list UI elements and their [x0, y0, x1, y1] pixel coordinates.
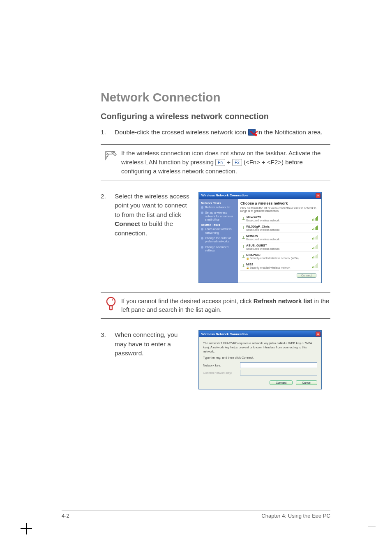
- signal-strength-icon: [312, 244, 319, 249]
- network-item[interactable]: ⊥MIS2Security-enabled wireless network: [240, 261, 319, 271]
- network-security: Security-enabled wireless network (WPA): [246, 257, 312, 260]
- step-text: When connecting, you may have to enter a…: [115, 330, 191, 358]
- signal-strength-icon: [312, 254, 319, 258]
- signal-strength-icon: [312, 235, 319, 240]
- window-network-key: Wireless Network Connection × The networ…: [198, 330, 322, 389]
- antenna-icon: ⊥: [240, 235, 246, 240]
- network-item[interactable]: ⊥WL500gP_ChrisUnsecured wireless network: [240, 223, 319, 233]
- close-icon[interactable]: ×: [316, 193, 321, 198]
- crossed-wireless-icon: ×: [248, 129, 256, 136]
- network-item[interactable]: ⊥steven259Unsecured wireless network: [240, 214, 319, 223]
- confirm-key-input[interactable]: [240, 370, 317, 375]
- svg-point-2: [112, 299, 113, 300]
- fn-key-icon: Fn: [215, 159, 225, 166]
- svg-rect-1: [110, 306, 112, 310]
- network-item[interactable]: ⊥UNAPS40Security-enabled wireless networ…: [240, 252, 319, 261]
- sidebar-item-learn[interactable]: Learn about wireless networking: [201, 228, 236, 235]
- window-title: Wireless Network Connection: [201, 193, 248, 197]
- crop-mark-icon: [21, 518, 37, 534]
- page-title: Network Connection: [101, 90, 330, 104]
- network-security: Unsecured wireless network: [246, 247, 312, 250]
- network-item[interactable]: ⊥MRMLWUnsecured wireless network: [240, 233, 319, 242]
- signal-strength-icon: [312, 263, 319, 268]
- signal-strength-icon: [312, 226, 319, 230]
- network-name: MIS2: [246, 263, 312, 266]
- network-name: steven259: [246, 215, 312, 219]
- sidebar-section: Related Tasks: [201, 223, 236, 226]
- step-number: 2.: [101, 192, 115, 238]
- page-number: 4-2: [62, 513, 69, 519]
- signal-strength-icon: [312, 216, 319, 221]
- antenna-icon: ⊥: [240, 244, 246, 249]
- sidebar-section: Network Tasks: [201, 202, 236, 205]
- step-text: Select the wireless access point you wan…: [115, 193, 189, 218]
- network-item[interactable]: ⊥ASUS_GUESTUnsecured wireless network: [240, 242, 319, 252]
- step-text: Double-click the crossed wireless networ…: [115, 129, 248, 136]
- sidebar-item-advanced[interactable]: Change advanced settings: [201, 246, 236, 253]
- antenna-icon: ⊥: [240, 263, 246, 268]
- network-security: Unsecured wireless network: [246, 238, 312, 241]
- step-number: 1.: [101, 128, 115, 137]
- dialog-instruction: Type the key, and then click Connect.: [203, 356, 317, 360]
- network-name: MRMLW: [246, 234, 312, 238]
- network-security: Security-enabled wireless network: [246, 266, 312, 269]
- step-text: in the Notification area.: [257, 129, 323, 136]
- section-title: Configuring a wireless network connectio…: [101, 112, 330, 121]
- network-security: Unsecured wireless network: [246, 219, 312, 222]
- step-2: 2. Select the wireless access point you …: [101, 192, 191, 238]
- tip-box: If you cannot find the desired access po…: [101, 292, 330, 319]
- sidebar-item-refresh[interactable]: Refresh network list: [201, 206, 236, 209]
- step-1: 1. Double-click the crossed wireless net…: [101, 128, 330, 137]
- note-box: If the wireless connection icon does not…: [101, 144, 330, 180]
- note-icon: [101, 149, 121, 163]
- network-name: ASUS_GUEST: [246, 244, 312, 247]
- connect-button[interactable]: Connect: [270, 380, 293, 385]
- confirm-key-label: Confirm network key:: [203, 371, 240, 375]
- tip-bold: Refresh network list: [254, 297, 312, 304]
- f2-key-icon: F2: [232, 159, 242, 166]
- note-text: +: [227, 159, 232, 166]
- panel-subtext: Click an item in the list below to conne…: [240, 207, 319, 212]
- cancel-button[interactable]: Cancel: [296, 380, 317, 385]
- network-key-label: Network key:: [203, 364, 240, 367]
- panel-heading: Choose a wireless network: [240, 201, 319, 205]
- sidebar-item-setup[interactable]: Set up a wireless network for a home or …: [201, 211, 236, 221]
- antenna-icon: ⊥: [240, 254, 246, 258]
- close-icon[interactable]: ×: [316, 332, 321, 336]
- crop-mark-icon: [363, 518, 380, 534]
- connect-button[interactable]: Connect: [297, 273, 316, 278]
- network-security: Unsecured wireless network: [246, 228, 312, 231]
- dialog-description: The network 'UNIAP540' requires a networ…: [203, 341, 317, 353]
- page-footer: 4-2 Chapter 4: Using the Eee PC: [0, 511, 392, 519]
- network-name: UNAPS40: [246, 253, 312, 257]
- network-key-input[interactable]: [240, 362, 317, 368]
- step-bold: Connect: [115, 220, 140, 227]
- chapter-label: Chapter 4: Using the Eee PC: [261, 513, 330, 519]
- tip-icon: [101, 297, 121, 312]
- sidebar-item-order[interactable]: Change the order of preferred networks: [201, 237, 236, 244]
- antenna-icon: ⊥: [240, 226, 246, 230]
- step-number: 3.: [101, 330, 115, 358]
- window-title: Wireless Network Connection: [201, 332, 248, 336]
- window-sidebar: Network Tasks Refresh network list Set u…: [199, 199, 238, 283]
- antenna-icon: ⊥: [240, 216, 246, 221]
- window-choose-network: Wireless Network Connection × Network Ta…: [198, 192, 322, 283]
- svg-point-0: [107, 297, 115, 306]
- tip-text: If you cannot find the desired access po…: [121, 297, 254, 304]
- step-3: 3. When connecting, you may have to ente…: [101, 330, 191, 358]
- network-name: WL500gP_Chris: [246, 225, 312, 228]
